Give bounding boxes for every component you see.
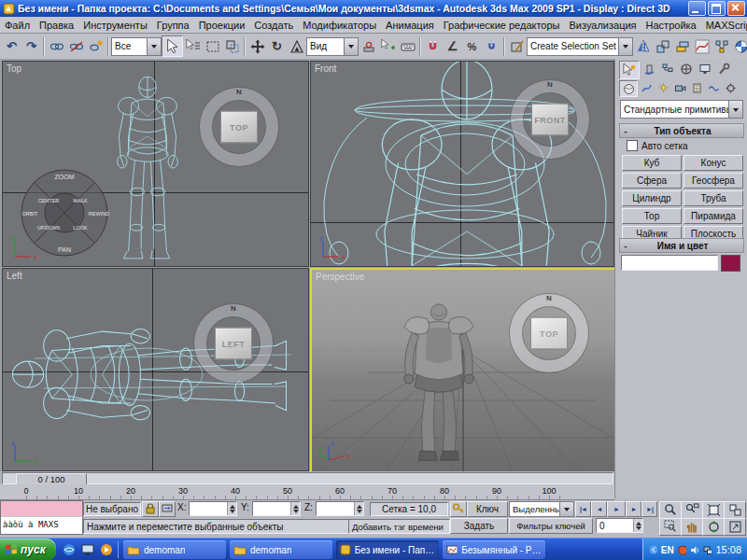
menu-rendering[interactable]: Визуализация (565, 19, 641, 32)
add-time-tag[interactable]: Добавить тэг времени (348, 519, 450, 534)
z-coordinate-field[interactable] (316, 501, 364, 516)
collapse-icon[interactable]: - (620, 241, 631, 251)
track-bar[interactable]: 0 10 20 30 40 50 60 70 80 90 100 (0, 484, 614, 500)
collapse-icon[interactable]: - (620, 126, 631, 136)
button-sphere[interactable]: Сфера (622, 173, 682, 189)
previous-frame-button[interactable]: ◄ (591, 501, 607, 517)
set-key-icon[interactable] (450, 501, 467, 517)
zoom-extents-icon[interactable] (702, 501, 725, 519)
tab-create[interactable] (619, 61, 640, 79)
key-filters-button[interactable]: Фильтры ключей (509, 518, 593, 534)
quicklaunch-desktop-icon[interactable] (80, 542, 95, 557)
menu-customize[interactable]: Настройка (641, 19, 701, 32)
object-color-swatch[interactable] (721, 255, 740, 272)
menu-tools[interactable]: Инструменты (78, 19, 152, 32)
spinner-icon[interactable] (290, 502, 300, 515)
tray-shield-icon[interactable] (678, 545, 687, 555)
menu-group[interactable]: Группа (152, 19, 194, 32)
viewcube-face[interactable]: TOP (220, 111, 258, 144)
taskbar-item-demoman-1[interactable]: demoman (123, 540, 226, 559)
rollout-name-color[interactable]: - Имя и цвет (619, 238, 744, 253)
autogrid-checkbox[interactable] (627, 140, 638, 151)
spinner-icon[interactable] (227, 502, 236, 515)
viewcube-face[interactable]: TOP (530, 317, 568, 350)
menu-modifiers[interactable]: Модификаторы (298, 19, 381, 32)
chevron-down-icon[interactable] (344, 38, 358, 55)
listener-pane[interactable]: ààòù à MAXS (1, 517, 82, 534)
category-helpers-icon[interactable] (688, 80, 705, 95)
button-geosphere[interactable]: Геосфера (684, 173, 743, 189)
unlink-icon[interactable] (66, 36, 86, 56)
mirror-icon[interactable] (633, 36, 653, 56)
taskbar-item-paint[interactable]: Безымянный - Paint (443, 540, 545, 559)
title-bar[interactable]: Без имени - Папка проекта: C:\Documents … (0, 0, 747, 17)
redo-icon[interactable]: ↷ (21, 36, 41, 56)
selection-lock-icon[interactable] (142, 501, 159, 517)
menu-create[interactable]: Создать (249, 19, 298, 32)
viewcube-face[interactable]: LEFT (215, 328, 252, 360)
viewcube[interactable]: N FRONT (511, 80, 589, 159)
select-and-rotate-icon[interactable]: ↻ (267, 36, 287, 56)
orbit-icon[interactable] (702, 518, 725, 536)
material-editor-icon[interactable] (731, 36, 747, 56)
select-object-icon[interactable] (162, 35, 183, 57)
tray-chevron-icon[interactable] (649, 545, 657, 554)
rollout-object-type[interactable]: - Тип объекта (619, 123, 744, 138)
viewport-top[interactable]: ZOOM CENTER WALK REWIND ORBIT LOOK UP/DO… (2, 61, 309, 267)
button-cone[interactable]: Конус (684, 155, 743, 171)
viewport-label-top[interactable]: Top (7, 63, 21, 74)
object-category-combo[interactable]: Стандартные примитивы (620, 100, 743, 119)
button-box[interactable]: Куб (622, 155, 682, 171)
tray-volume-icon[interactable] (690, 545, 699, 555)
x-coordinate-field[interactable] (189, 501, 237, 516)
maximize-viewport-toggle-icon[interactable] (724, 518, 746, 536)
close-button[interactable] (727, 1, 745, 16)
key-filter-selection-combo[interactable]: Выделенные (509, 501, 574, 517)
zoom-region-icon[interactable] (659, 518, 682, 536)
macro-recorder-pane[interactable] (1, 501, 82, 517)
current-frame-field[interactable]: 0 (596, 518, 643, 533)
edit-named-selection-sets-icon[interactable] (507, 36, 527, 56)
pan-hand-icon[interactable] (681, 518, 703, 536)
play-button[interactable]: ► (607, 501, 626, 517)
tab-utilities[interactable] (714, 61, 733, 77)
set-key-button[interactable]: Задать (450, 518, 508, 534)
y-coordinate-field[interactable] (252, 501, 301, 516)
chevron-down-icon[interactable] (559, 502, 573, 516)
go-to-end-button[interactable]: ►| (641, 501, 657, 517)
use-pivot-center-icon[interactable] (359, 36, 378, 56)
language-indicator[interactable]: EN (661, 545, 674, 555)
tab-motion[interactable] (677, 61, 696, 77)
zoom-icon[interactable] (659, 501, 682, 519)
spinner-icon[interactable] (633, 519, 642, 532)
keyboard-shortcut-override-icon[interactable] (398, 36, 417, 56)
spinner-snap-icon[interactable] (482, 36, 501, 56)
maxscript-mini-listener[interactable]: ààòù à MAXS (0, 500, 83, 535)
next-frame-button[interactable]: ► (626, 501, 641, 517)
tab-modify[interactable] (640, 61, 658, 77)
object-name-input[interactable] (621, 255, 718, 271)
viewport-label-front[interactable]: Front (315, 63, 336, 74)
viewport-label-perspective[interactable]: Perspective (316, 272, 364, 282)
tab-hierarchy[interactable] (658, 61, 677, 77)
maximize-button[interactable] (708, 1, 726, 16)
model-shaded-perspective[interactable] (390, 292, 487, 466)
menu-maxscript[interactable]: MAXScript (701, 19, 747, 32)
select-by-name-icon[interactable] (183, 36, 203, 56)
menu-graph-editors[interactable]: Графические редакторы (439, 19, 565, 32)
menu-views[interactable]: Проекции (194, 19, 250, 32)
rectangular-selection-region-icon[interactable] (203, 36, 222, 56)
category-spacewarps-icon[interactable] (705, 80, 722, 95)
minimize-button[interactable] (688, 1, 706, 16)
undo-icon[interactable]: ↶ (2, 36, 21, 56)
zoom-all-icon[interactable] (681, 501, 703, 519)
layer-manager-icon[interactable] (672, 36, 692, 56)
clock[interactable]: 15:08 (715, 544, 741, 555)
menu-edit[interactable]: Правка (35, 19, 78, 32)
taskbar-item-3dsmax[interactable]: Без имени - Папк... (336, 540, 439, 559)
auto-key-button[interactable]: Ключ (467, 501, 508, 517)
spinner-icon[interactable] (354, 502, 363, 515)
taskbar-item-demoman-2[interactable]: demoman (230, 540, 332, 559)
absolute-offset-toggle-icon[interactable] (159, 501, 176, 517)
viewcube-face[interactable]: FRONT (531, 104, 569, 136)
